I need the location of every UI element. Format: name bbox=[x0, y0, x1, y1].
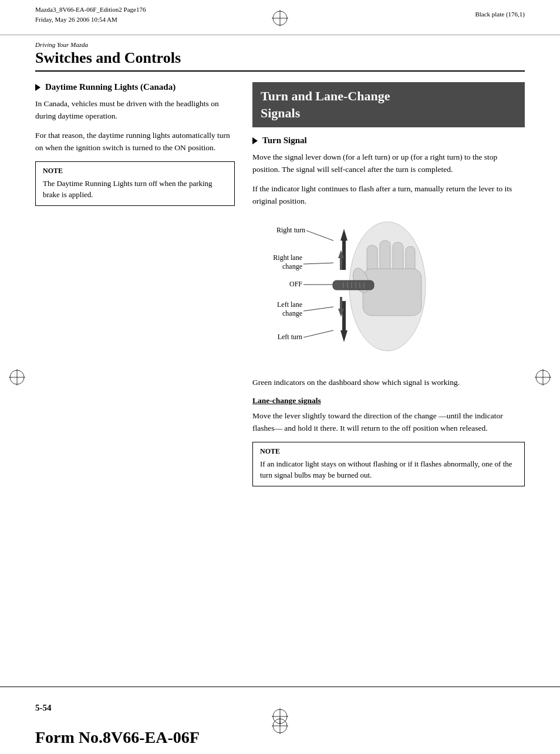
header-plate: Black plate (176,1) bbox=[475, 11, 525, 18]
svg-text:OFF: OFF bbox=[289, 280, 302, 288]
svg-rect-32 bbox=[363, 269, 421, 316]
highlight-header-line2: Signals bbox=[261, 106, 300, 120]
page-footer: 5-54 Form No.8V66-EA-06F bbox=[0, 687, 560, 754]
reg-mark-top bbox=[272, 10, 288, 26]
svg-rect-42 bbox=[340, 297, 342, 309]
two-col-layout: Daytime Running Lights (Canada) In Canad… bbox=[35, 82, 525, 684]
lane-change-para: Move the lever slightly toward the direc… bbox=[252, 410, 525, 435]
lane-change-heading: Lane-change signals bbox=[252, 396, 525, 405]
reg-mark-bottom-center bbox=[272, 718, 288, 736]
svg-line-19 bbox=[303, 263, 333, 264]
svg-text:Left lane: Left lane bbox=[277, 300, 302, 309]
highlight-header-line1: Turn and Lane-Change bbox=[261, 89, 390, 103]
svg-text:Left turn: Left turn bbox=[278, 333, 302, 341]
breadcrumb: Driving Your Mazda bbox=[35, 41, 525, 48]
header-meta: Mazda3_8V66-EA-06F_Edition2 Page176 Frid… bbox=[35, 5, 146, 24]
highlight-header: Turn and Lane-Change Signals bbox=[252, 82, 525, 127]
svg-marker-37 bbox=[340, 330, 348, 342]
left-para1: In Canada, vehicles must be driven with … bbox=[35, 98, 235, 123]
page-number: 5-54 bbox=[35, 703, 52, 713]
section-title: Switches and Controls bbox=[35, 49, 525, 72]
turn-signal-diagram: Right turn Right lane change OFF Left la… bbox=[270, 216, 493, 368]
left-note-text: The Daytime Running Lights turn off when… bbox=[43, 178, 227, 201]
svg-line-16 bbox=[306, 231, 333, 241]
svg-line-24 bbox=[303, 307, 333, 311]
svg-marker-35 bbox=[340, 229, 348, 241]
svg-text:Right turn: Right turn bbox=[276, 226, 305, 234]
left-para2: For that reason, the daytime running lig… bbox=[35, 130, 235, 154]
right-note-label: NOTE bbox=[260, 447, 517, 456]
green-indicators-para: Green indicators on the dashboard show w… bbox=[252, 377, 525, 389]
turn-signal-heading-text: Turn Signal bbox=[262, 136, 307, 146]
content-area: Driving Your Mazda Switches and Controls… bbox=[35, 41, 525, 684]
header-line2: Friday, May 26 2006 10:54 AM bbox=[35, 15, 146, 25]
left-note-box: NOTE The Daytime Running Lights turn off… bbox=[35, 161, 235, 206]
triangle-icon-right bbox=[252, 137, 258, 144]
turn-signal-para2: If the indicator light continues to flas… bbox=[252, 183, 525, 208]
right-note-text: If an indicator light stays on without f… bbox=[260, 458, 517, 481]
turn-signal-heading: Turn Signal bbox=[252, 136, 525, 146]
svg-rect-40 bbox=[340, 258, 342, 270]
left-heading-text: Daytime Running Lights (Canada) bbox=[45, 82, 176, 92]
page-container: Mazda3_8V66-EA-06F_Edition2 Page176 Frid… bbox=[0, 0, 560, 754]
svg-text:change: change bbox=[282, 262, 302, 271]
right-column: Turn and Lane-Change Signals Turn Signal… bbox=[252, 82, 525, 684]
triangle-icon bbox=[35, 84, 41, 91]
reg-mark-right bbox=[535, 369, 551, 386]
turn-signal-para1: Move the signal lever down (for a left t… bbox=[252, 151, 525, 176]
svg-rect-38 bbox=[342, 301, 346, 330]
form-number: Form No.8V66-EA-06F bbox=[35, 728, 200, 747]
svg-text:change: change bbox=[282, 309, 302, 317]
svg-rect-34 bbox=[333, 280, 374, 290]
header-line1: Mazda3_8V66-EA-06F_Edition2 Page176 bbox=[35, 5, 146, 15]
svg-line-26 bbox=[303, 330, 333, 337]
left-column: Daytime Running Lights (Canada) In Canad… bbox=[35, 82, 235, 684]
svg-text:Right lane: Right lane bbox=[273, 253, 302, 262]
left-subsection-heading: Daytime Running Lights (Canada) bbox=[35, 82, 235, 92]
right-note-box: NOTE If an indicator light stays on with… bbox=[252, 442, 525, 486]
reg-mark-left bbox=[9, 369, 25, 386]
left-note-label: NOTE bbox=[43, 167, 227, 175]
diagram-area: Right turn Right lane change OFF Left la… bbox=[252, 216, 525, 368]
header-bar: Mazda3_8V66-EA-06F_Edition2 Page176 Frid… bbox=[0, 0, 560, 35]
